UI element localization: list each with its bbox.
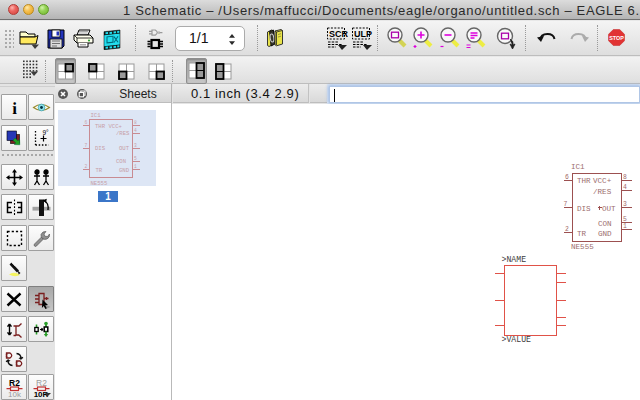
svg-text:6: 6 (565, 174, 569, 181)
svg-text:DIS: DIS (95, 145, 106, 152)
svg-text:STOP: STOP (609, 35, 624, 41)
svg-text:CON: CON (598, 220, 612, 228)
svg-text:2: 2 (565, 226, 569, 233)
svg-text:>NAME: >NAME (502, 255, 527, 264)
svg-text:VCC+: VCC+ (593, 177, 612, 185)
svg-text:THR: THR (577, 177, 591, 185)
svg-text:5: 5 (623, 216, 627, 223)
svg-text:CON: CON (116, 158, 126, 165)
svg-text:THR VCC+: THR VCC+ (95, 123, 122, 130)
svg-text:4: 4 (623, 184, 627, 191)
svg-text:7: 7 (85, 143, 88, 148)
svg-text:>VALUE: >VALUE (502, 335, 532, 344)
svg-text:GND: GND (119, 167, 130, 174)
svg-text:IC1: IC1 (91, 112, 102, 119)
svg-text:1: 1 (134, 164, 137, 169)
svg-text:3: 3 (134, 143, 137, 148)
svg-text:i: i (12, 99, 17, 118)
svg-text:/RES: /RES (593, 188, 612, 196)
svg-text:OUT: OUT (119, 145, 130, 152)
svg-text:DIS: DIS (577, 205, 591, 213)
svg-text:6: 6 (85, 120, 88, 125)
svg-text:TR: TR (577, 230, 587, 238)
svg-text:8: 8 (623, 174, 627, 181)
svg-text:1: 1 (623, 223, 627, 230)
svg-text:/RES: /RES (116, 130, 130, 137)
svg-text:2: 2 (85, 164, 88, 169)
svg-text:7: 7 (564, 201, 568, 208)
svg-text:TR: TR (96, 167, 103, 174)
svg-text:4: 4 (134, 128, 137, 133)
svg-text:ULP: ULP (354, 29, 372, 39)
svg-text:3: 3 (623, 201, 627, 208)
svg-text:10k: 10k (8, 389, 22, 397)
svg-text:8: 8 (134, 120, 137, 125)
svg-text:SCR: SCR (329, 29, 348, 39)
svg-text:IC1: IC1 (571, 163, 585, 171)
svg-text:OUT: OUT (602, 205, 616, 213)
svg-text:NE555: NE555 (571, 243, 594, 251)
svg-text:GND: GND (598, 230, 612, 238)
svg-text:5: 5 (134, 156, 137, 161)
svg-text:9°: 9° (43, 129, 50, 136)
svg-text:NE555: NE555 (91, 180, 108, 187)
